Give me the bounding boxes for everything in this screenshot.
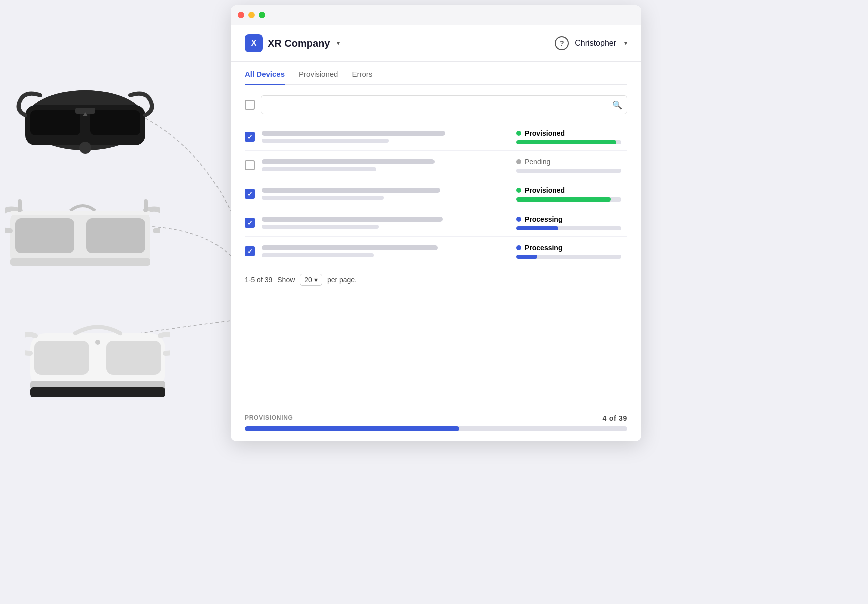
status-dot-1 [516,131,521,136]
status-text-1: Provisioned [525,129,565,137]
progress-track-2 [516,169,621,173]
device-checkbox-2[interactable] [245,160,255,170]
device-name-bar-5 [262,245,438,250]
pagination: 1-5 of 39 Show 20 ▾ per page. [245,274,627,286]
tab-errors[interactable]: Errors [352,70,372,84]
provisioning-header: PROVISIONING 4 of 39 [245,414,627,422]
svg-rect-5 [30,110,80,135]
select-all-checkbox[interactable] [245,100,255,110]
device-status-2: Pending [516,158,621,173]
status-label-3: Provisioned [516,186,565,194]
search-input[interactable] [261,95,627,114]
provisioning-footer: PROVISIONING 4 of 39 [231,406,641,441]
progress-fill-3 [516,197,611,202]
device-info-2 [262,159,516,171]
vr-headset-3 [25,313,170,414]
device-sub-bar-2 [262,167,376,171]
table-row: Provisioned [245,180,627,208]
status-text-4: Processing [525,215,562,223]
svg-rect-16 [10,211,150,215]
app-header: X XR Company ▾ ? Christopher ▾ [231,25,641,62]
device-info-3 [262,188,516,200]
per-page-chevron: ▾ [314,276,318,284]
status-dot-2 [516,159,521,164]
company-logo[interactable]: X XR Company ▾ [245,34,340,52]
progress-track-4 [516,226,621,230]
status-label-1: Provisioned [516,129,565,137]
help-label: ? [560,39,564,47]
status-label-5: Processing [516,244,562,252]
device-sub-bar-1 [262,139,389,143]
svg-rect-15 [10,258,150,266]
svg-rect-14 [86,218,145,253]
help-icon[interactable]: ? [555,36,569,50]
device-info-1 [262,131,516,143]
company-name: XR Company [268,38,330,49]
provisioning-track [245,426,627,431]
svg-point-8 [79,142,91,154]
device-checkbox-5[interactable] [245,246,255,256]
show-label: Show [277,276,295,284]
device-name-bar-4 [262,217,443,222]
device-name-bar-3 [262,188,440,193]
status-dot-5 [516,245,521,250]
provisioning-fill [245,426,459,431]
progress-fill-1 [516,140,616,144]
title-bar [231,5,641,25]
device-info-4 [262,217,516,229]
per-page-suffix: per page. [327,276,357,284]
device-name-bar-1 [262,131,445,136]
svg-rect-17 [18,199,22,212]
vr-headset-1 [15,70,155,170]
tab-provisioned[interactable]: Provisioned [299,70,338,84]
per-page-select[interactable]: 20 ▾ [300,274,322,286]
minimize-button[interactable] [248,12,255,18]
provisioning-label: PROVISIONING [245,414,293,422]
svg-rect-18 [144,199,148,212]
provisioning-count: 4 of 39 [603,414,627,422]
progress-fill-4 [516,226,558,230]
logo-initial: X [251,39,257,48]
tab-all-devices[interactable]: All Devices [245,70,285,84]
username-label: Christopher [575,39,616,48]
status-dot-3 [516,188,521,193]
svg-point-26 [95,340,100,345]
user-chevron-icon[interactable]: ▾ [624,40,627,47]
company-chevron-icon[interactable]: ▾ [337,40,340,47]
status-label-2: Pending [516,158,550,166]
device-status-5: Processing [516,244,621,259]
tab-bar: All Devices Provisioned Errors [245,62,627,85]
maximize-button[interactable] [259,12,265,18]
svg-rect-6 [90,110,140,135]
status-dot-4 [516,217,521,222]
svg-rect-22 [34,341,89,375]
device-sub-bar-3 [262,196,384,200]
device-status-1: Provisioned [516,129,621,144]
device-list: Provisioned Pending [245,123,627,265]
svg-rect-13 [15,218,74,253]
search-icon: 🔍 [612,100,622,110]
table-row: Processing [245,238,627,265]
device-status-4: Processing [516,215,621,230]
device-checkbox-4[interactable] [245,218,255,228]
progress-track-5 [516,255,621,259]
vr-headsets-section [0,40,231,491]
device-checkbox-1[interactable] [245,132,255,142]
logo-box: X [245,34,263,52]
table-row: Processing [245,209,627,237]
device-name-bar-2 [262,159,435,164]
search-box: 🔍 [261,95,627,114]
user-area: ? Christopher ▾ [555,36,627,50]
device-sub-bar-5 [262,253,374,257]
pagination-range: 1-5 of 39 [245,276,272,284]
svg-rect-23 [106,341,161,375]
close-button[interactable] [238,12,244,18]
table-row: Pending [245,152,627,179]
device-status-3: Provisioned [516,186,621,202]
progress-fill-5 [516,255,537,259]
device-checkbox-3[interactable] [245,189,255,199]
status-text-3: Provisioned [525,186,565,194]
device-info-5 [262,245,516,257]
table-row: Provisioned [245,123,627,151]
device-sub-bar-4 [262,225,379,229]
